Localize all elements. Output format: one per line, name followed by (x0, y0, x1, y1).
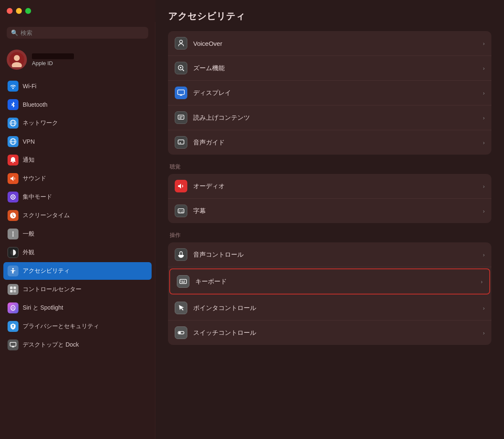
chevron-icon: › (483, 305, 485, 311)
avatar (7, 50, 27, 70)
svg-rect-30 (184, 281, 185, 281)
spoken-icon (175, 111, 187, 124)
card-item-caption[interactable]: 字幕 › (168, 199, 491, 223)
card-item-voicecontrol[interactable]: 音声コントロール › (168, 242, 491, 267)
card-label-spoken: 読み上げコンテンツ (193, 114, 477, 122)
sidebar-item-focus[interactable]: 集中モード (3, 188, 152, 206)
sidebar-item-vpn[interactable]: VPN (3, 133, 152, 150)
card-item-spoken[interactable]: 読み上げコンテンツ › (168, 105, 491, 130)
svg-rect-23 (178, 115, 184, 119)
sidebar-item-appearance[interactable]: 外観 (3, 244, 152, 261)
card-label-voicecontrol: 音声コントロール (193, 251, 477, 259)
svg-rect-16 (10, 342, 16, 346)
card-item-voiceover[interactable]: VoiceOver › (168, 31, 491, 56)
svg-rect-31 (181, 282, 185, 283)
section-hearing: 聴覚 オーディオ › 字幕 (168, 163, 491, 223)
sidebar-item-label-network: ネットワーク (23, 119, 147, 127)
apple-id-row[interactable]: Apple ID (0, 45, 155, 76)
card-label-caption: 字幕 (193, 207, 477, 215)
apple-id-name-redacted (32, 53, 74, 59)
audio-icon (175, 180, 187, 192)
svg-rect-11 (10, 287, 13, 289)
sidebar-item-privacy[interactable]: プライバシーとセキュリティ (3, 318, 152, 335)
network-icon (8, 118, 18, 129)
svg-point-33 (179, 332, 181, 334)
sidebar: 🔍 Apple ID Wi-Fi (0, 0, 155, 439)
chevron-icon: › (483, 65, 485, 71)
card-label-pointer: ポインタコントロール (193, 304, 477, 312)
sidebar-item-siri[interactable]: Siri と Spotlight (3, 299, 152, 317)
section-label-hearing: 聴覚 (168, 163, 491, 171)
svg-rect-12 (13, 287, 16, 289)
sidebar-item-wifi[interactable]: Wi-Fi (3, 77, 152, 95)
sidebar-item-label-screentime: スクリーンタイム (23, 212, 147, 219)
privacy-icon (8, 321, 18, 332)
sidebar-item-label-notification: 通知 (23, 156, 147, 164)
svg-rect-24 (178, 140, 184, 144)
sidebar-item-label-vpn: VPN (23, 138, 147, 145)
sidebar-item-desktop[interactable]: デスクトップと Dock (3, 336, 152, 354)
maximize-button[interactable] (25, 8, 31, 14)
main-content: アクセシビリティ VoiceOver › (155, 0, 504, 439)
card-label-voiceover: VoiceOver (193, 40, 477, 47)
voicecontrol-icon (175, 248, 187, 261)
sidebar-item-network[interactable]: ネットワーク (3, 114, 152, 132)
switch-icon (175, 326, 187, 339)
sidebar-item-label-desktop: デスクトップと Dock (23, 341, 147, 349)
card-item-pointer[interactable]: ポインタコントロール › (168, 296, 491, 321)
control-icon (8, 284, 18, 295)
apple-id-info: Apple ID (32, 53, 74, 66)
sidebar-item-screentime[interactable]: スクリーンタイム (3, 207, 152, 224)
bluetooth-icon (8, 99, 18, 110)
card-item-audiodesc[interactable]: 音声ガイド › (168, 130, 491, 155)
zoom-icon (175, 62, 187, 74)
search-input[interactable] (21, 29, 144, 36)
svg-rect-28 (181, 281, 181, 281)
chevron-icon: › (483, 115, 485, 121)
card-item-zoom[interactable]: ズーム機能 › (168, 56, 491, 81)
card-item-switch[interactable]: スイッチコントロール › (168, 321, 491, 345)
sidebar-item-bluetooth[interactable]: Bluetooth (3, 96, 152, 113)
card-item-display[interactable]: ディスプレイ › (168, 81, 491, 105)
close-button[interactable] (7, 8, 13, 14)
hearing-card: オーディオ › 字幕 › (168, 174, 491, 223)
sidebar-item-general[interactable]: 一般 (3, 225, 152, 243)
svg-rect-13 (10, 290, 13, 292)
general-icon (8, 229, 18, 239)
sidebar-item-label-bluetooth: Bluetooth (23, 101, 147, 108)
svg-rect-14 (13, 290, 16, 292)
svg-point-1 (14, 55, 20, 61)
apple-id-label: Apple ID (32, 60, 74, 66)
sidebar-item-notification[interactable]: 通知 (3, 151, 152, 169)
svg-rect-26 (180, 252, 182, 255)
vpn-icon (8, 136, 18, 147)
motor-card: 音声コントロール › キーボード › (168, 242, 491, 345)
section-motor: 操作 音声コントロール › (168, 231, 491, 345)
chevron-icon: › (483, 252, 485, 258)
sidebar-item-label-wifi: Wi-Fi (23, 83, 147, 89)
sidebar-item-accessibility[interactable]: アクセシビリティ (3, 262, 152, 280)
minimize-button[interactable] (16, 8, 22, 14)
siri-icon (8, 302, 18, 313)
appearance-icon (8, 247, 18, 258)
titlebar (0, 0, 155, 22)
desktop-icon (8, 339, 18, 350)
section-vision: VoiceOver › ズーム機能 › (168, 31, 491, 155)
sidebar-item-control[interactable]: コントロールセンター (3, 281, 152, 298)
card-item-audio[interactable]: オーディオ › (168, 174, 491, 199)
search-bar[interactable]: 🔍 (7, 27, 148, 39)
section-label-motor: 操作 (168, 231, 491, 239)
page-title: アクセシビリティ (168, 10, 491, 23)
sidebar-item-label-siri: Siri と Spotlight (23, 304, 147, 312)
screentime-icon (8, 210, 18, 221)
card-label-switch: スイッチコントロール (193, 329, 477, 337)
svg-line-19 (183, 70, 184, 71)
chevron-icon: › (481, 279, 483, 285)
sidebar-items: Wi-Fi Bluetooth ネットワーク (0, 76, 155, 439)
sidebar-item-label-general: 一般 (23, 230, 147, 238)
sidebar-item-label-control: コントロールセンター (23, 286, 147, 293)
card-label-zoom: ズーム機能 (193, 64, 477, 72)
card-item-keyboard[interactable]: キーボード › (169, 268, 490, 294)
notification-icon (8, 155, 18, 166)
sidebar-item-sound[interactable]: サウンド (3, 170, 152, 187)
